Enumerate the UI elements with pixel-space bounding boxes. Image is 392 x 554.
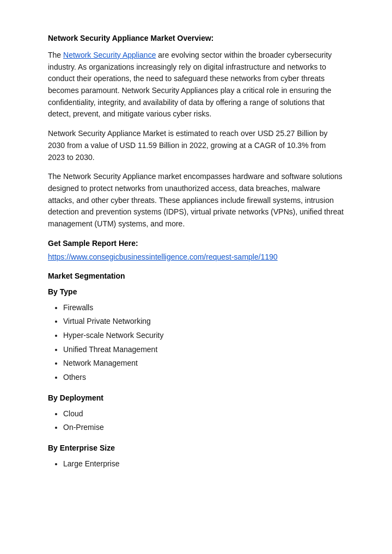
list-item: Unified Threat Management [63, 344, 344, 356]
list-item: Others [63, 372, 344, 384]
p1-suffix: are evolving sector within the broader c… [48, 51, 332, 118]
by-deployment-list: CloudOn-Premise [63, 408, 344, 434]
paragraph-3: The Network Security Appliance market en… [48, 171, 344, 230]
list-item: Cloud [63, 408, 344, 420]
list-item: Virtual Private Networking [63, 316, 344, 328]
by-type-title: By Type [48, 286, 344, 298]
page-title: Network Security Appliance Market Overvi… [48, 33, 344, 44]
network-security-appliance-link[interactable]: Network Security Appliance [63, 51, 156, 59]
list-item: Network Management [63, 358, 344, 370]
by-enterprise-list: Large Enterprise [63, 458, 344, 470]
paragraph-1: The Network Security Appliance are evolv… [48, 50, 344, 120]
market-segmentation-title: Market Segmentation [48, 270, 344, 282]
list-item: Hyper-scale Network Security [63, 330, 344, 342]
get-sample-label: Get Sample Report Here: [48, 238, 344, 249]
by-enterprise-title: By Enterprise Size [48, 442, 344, 454]
by-type-list: FirewallsVirtual Private NetworkingHyper… [63, 302, 344, 384]
sample-report-link[interactable]: https://www.consegicbusinessintelligence… [48, 251, 344, 263]
p1-prefix: The [48, 51, 63, 59]
page-container: Network Security Appliance Market Overvi… [0, 0, 392, 554]
by-deployment-title: By Deployment [48, 392, 344, 404]
paragraph-2: Network Security Appliance Market is est… [48, 128, 344, 163]
list-item: Firewalls [63, 302, 344, 314]
list-item: On-Premise [63, 422, 344, 434]
list-item: Large Enterprise [63, 458, 344, 470]
